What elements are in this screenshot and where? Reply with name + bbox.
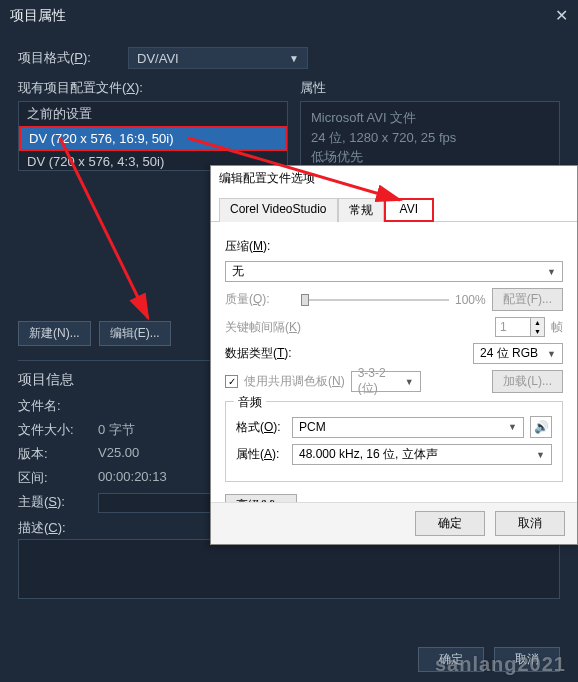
speaker-icon[interactable]: 🔊 bbox=[530, 416, 552, 438]
audio-format-select[interactable]: PCM▼ bbox=[292, 417, 524, 438]
spinner-up-icon[interactable]: ▲ bbox=[531, 318, 544, 327]
attr-line: 低场优先 bbox=[311, 147, 549, 167]
audio-group-label: 音频 bbox=[234, 394, 266, 411]
chevron-down-icon: ▼ bbox=[289, 53, 299, 64]
palette-label: 使用共用调色板(N) bbox=[244, 373, 345, 390]
attributes-box: Microsoft AVI 文件 24 位, 1280 x 720, 25 fp… bbox=[300, 101, 560, 171]
load-button[interactable]: 加载(L)... bbox=[492, 370, 563, 393]
version-value: V25.00 bbox=[98, 445, 139, 463]
filesize-label: 文件大小: bbox=[18, 421, 98, 439]
audio-group: 音频 格式(O): PCM▼ 🔊 属性(A): 48.000 kHz, 16 位… bbox=[225, 401, 563, 482]
chevron-down-icon: ▼ bbox=[536, 450, 545, 460]
quality-value: 100% bbox=[455, 293, 486, 307]
quality-slider[interactable] bbox=[301, 292, 449, 308]
compress-label: 压缩(M): bbox=[225, 238, 295, 255]
config-item[interactable]: 之前的设置 bbox=[19, 102, 287, 126]
filename-label: 文件名: bbox=[18, 397, 98, 415]
keyframe-spinner[interactable]: 1▲▼ bbox=[495, 317, 545, 337]
ok-button-sub[interactable]: 确定 bbox=[415, 511, 485, 536]
palette-checkbox[interactable]: ✓ bbox=[225, 375, 238, 388]
new-button[interactable]: 新建(N)... bbox=[18, 321, 91, 346]
format-value: DV/AVI bbox=[137, 51, 179, 66]
description-input[interactable] bbox=[18, 539, 560, 599]
dialog-titlebar: 项目属性 ✕ bbox=[0, 0, 578, 31]
attr-line: Microsoft AVI 文件 bbox=[311, 108, 549, 128]
chevron-down-icon: ▼ bbox=[547, 267, 556, 277]
palette-select[interactable]: 3-3-2 (位)▼ bbox=[351, 371, 421, 392]
attributes-label: 属性 bbox=[300, 79, 560, 97]
datatype-select[interactable]: 24 位 RGB▼ bbox=[473, 343, 563, 364]
attr-line: 24 位, 1280 x 720, 25 fps bbox=[311, 128, 549, 148]
compress-select[interactable]: 无▼ bbox=[225, 261, 563, 282]
chevron-down-icon: ▼ bbox=[508, 422, 517, 432]
spinner-down-icon[interactable]: ▼ bbox=[531, 327, 544, 336]
tab-general[interactable]: 常规 bbox=[338, 198, 384, 222]
subject-label: 主题(S): bbox=[18, 493, 98, 513]
existing-config-label: 现有项目配置文件(X): bbox=[18, 79, 288, 97]
config-list[interactable]: 之前的设置 DV (720 x 576, 16:9, 50i) DV (720 … bbox=[18, 101, 288, 171]
audio-attr-select[interactable]: 48.000 kHz, 16 位, 立体声▼ bbox=[292, 444, 552, 465]
tab-row: Corel VideoStudio 常规 AVI bbox=[211, 191, 577, 222]
keyframe-label: 关键帧间隔(K) bbox=[225, 319, 315, 336]
config-item-selected[interactable]: DV (720 x 576, 16:9, 50i) bbox=[19, 126, 287, 151]
cancel-button[interactable]: 取消 bbox=[494, 647, 560, 672]
edit-config-title: 编辑配置文件选项 bbox=[211, 166, 577, 191]
audio-attr-label: 属性(A): bbox=[236, 446, 286, 463]
description-label: 描述(C): bbox=[18, 519, 98, 537]
dialog-title: 项目属性 bbox=[10, 7, 66, 25]
tab-avi[interactable]: AVI bbox=[384, 198, 434, 222]
format-label: 项目格式(P): bbox=[18, 49, 128, 67]
chevron-down-icon: ▼ bbox=[405, 377, 414, 387]
tab-videostudio[interactable]: Corel VideoStudio bbox=[219, 198, 338, 222]
ok-button[interactable]: 确定 bbox=[418, 647, 484, 672]
config-button[interactable]: 配置(F)... bbox=[492, 288, 563, 311]
range-value: 00:00:20:13 bbox=[98, 469, 167, 487]
datatype-label: 数据类型(T): bbox=[225, 345, 295, 362]
edit-config-dialog: 编辑配置文件选项 Corel VideoStudio 常规 AVI 压缩(M):… bbox=[210, 165, 578, 545]
quality-label: 质量(Q): bbox=[225, 291, 295, 308]
edit-button[interactable]: 编辑(E)... bbox=[99, 321, 171, 346]
chevron-down-icon: ▼ bbox=[547, 349, 556, 359]
keyframe-unit: 帧 bbox=[551, 319, 563, 336]
close-icon[interactable]: ✕ bbox=[555, 6, 568, 25]
filesize-value: 0 字节 bbox=[98, 421, 135, 439]
version-label: 版本: bbox=[18, 445, 98, 463]
cancel-button-sub[interactable]: 取消 bbox=[495, 511, 565, 536]
project-format-select[interactable]: DV/AVI ▼ bbox=[128, 47, 308, 69]
audio-format-label: 格式(O): bbox=[236, 419, 286, 436]
range-label: 区间: bbox=[18, 469, 98, 487]
